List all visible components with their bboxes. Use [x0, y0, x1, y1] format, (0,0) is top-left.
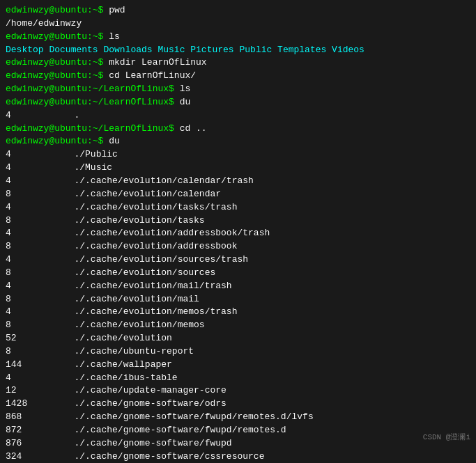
command: du	[180, 96, 191, 109]
terminal-line: 52 ./.cache/evolution	[6, 332, 470, 345]
command: mkdir LearnOfLinux	[109, 56, 206, 70]
du-path: ./.cache/evolution/addressbook	[31, 240, 237, 253]
du-number: 1428	[6, 398, 31, 411]
prompt: edwinwzy@ubuntu:~$	[6, 4, 109, 17]
du-number: 4	[6, 109, 31, 123]
ls-item: Downloads	[103, 44, 158, 57]
du-number: 876	[6, 437, 31, 450]
terminal-line: 8 ./.cache/ubuntu-report	[6, 345, 470, 359]
du-number: 8	[6, 345, 31, 359]
terminal-line: 8 ./.cache/evolution/mail	[6, 293, 470, 306]
du-number: 144	[6, 359, 31, 372]
terminal-line: 876 ./.cache/gnome-software/fwupd	[6, 437, 470, 450]
du-number: 4	[6, 372, 31, 385]
du-number: 12	[6, 384, 31, 398]
terminal-line: 4 ./.cache/evolution/calendar/trash	[6, 175, 470, 188]
command: cd ..	[180, 123, 207, 136]
terminal-line: 868 ./.cache/gnome-software/fwupd/remote…	[6, 411, 470, 424]
du-number: 8	[6, 240, 31, 253]
prompt: edwinwzy@ubuntu:~$	[6, 135, 109, 148]
du-number: 52	[6, 332, 31, 345]
du-path: ./.cache/evolution/sources	[31, 267, 215, 280]
terminal-line: 8 ./.cache/evolution/tasks	[6, 214, 470, 228]
prompt: edwinwzy@ubuntu:~/LearnOfLinux$	[6, 96, 180, 109]
du-path: ./.cache/evolution/addressbook/trash	[31, 227, 270, 240]
ls-item: Documents	[49, 44, 103, 57]
terminal-line: 4 ./Public	[6, 148, 470, 162]
terminal-line: /home/edwinwzy	[6, 17, 470, 31]
du-path: ./.cache/evolution/memos	[31, 319, 205, 332]
terminal-line: 4 ./.cache/evolution/addressbook/trash	[6, 227, 470, 240]
terminal-line: 4 .	[6, 109, 470, 123]
du-path: ./Music	[31, 162, 112, 175]
command: ls	[109, 31, 120, 44]
du-path: .	[31, 109, 79, 123]
terminal-line: edwinwzy@ubuntu:~$ ls	[6, 31, 470, 44]
du-number: 4	[6, 306, 31, 319]
du-path: ./.cache/evolution/calendar/trash	[31, 175, 254, 188]
terminal-line: 4 ./.cache/evolution/sources/trash	[6, 253, 470, 267]
du-number: 8	[6, 319, 31, 332]
output-text: /home/edwinwzy	[6, 17, 82, 31]
du-number: 4	[6, 162, 31, 175]
du-number: 324	[6, 450, 31, 463]
terminal-line: edwinwzy@ubuntu:~/LearnOfLinux$ ls	[6, 83, 470, 96]
terminal-line: 872 ./.cache/gnome-software/fwupd/remote…	[6, 424, 470, 437]
terminal-line: 4 ./Music	[6, 162, 470, 175]
terminal-line: 8 ./.cache/evolution/calendar	[6, 188, 470, 201]
terminal-content: edwinwzy@ubuntu:~$ pwd/home/edwinwzyedwi…	[6, 4, 470, 463]
du-path: ./.cache/gnome-software/fwupd/remotes.d	[31, 424, 286, 437]
terminal-line: 324 ./.cache/gnome-software/cssresource	[6, 450, 470, 463]
terminal-line: 4 ./.cache/evolution/memos/trash	[6, 306, 470, 319]
du-number: 4	[6, 227, 31, 240]
terminal-line: edwinwzy@ubuntu:~$ mkdir LearnOfLinux	[6, 56, 470, 70]
terminal-line: 12 ./.cache/update-manager-core	[6, 384, 470, 398]
du-number: 4	[6, 253, 31, 267]
command: du	[109, 135, 120, 148]
ls-item: Templates	[277, 44, 332, 57]
ls-item: Desktop	[6, 44, 49, 57]
du-path: ./.cache/update-manager-core	[31, 384, 227, 398]
prompt: edwinwzy@ubuntu:~$	[6, 31, 109, 44]
du-number: 4	[6, 175, 31, 188]
du-number: 8	[6, 267, 31, 280]
du-path: ./Public	[31, 148, 118, 162]
prompt: edwinwzy@ubuntu:~/LearnOfLinux$	[6, 123, 180, 136]
prompt: edwinwzy@ubuntu:~$	[6, 56, 109, 70]
du-number: 8	[6, 293, 31, 306]
du-path: ./.cache/ubuntu-report	[31, 345, 194, 359]
du-path: ./.cache/evolution	[31, 332, 172, 345]
du-path: ./.cache/ibus-table	[31, 372, 178, 385]
terminal-line: edwinwzy@ubuntu:~$ pwd	[6, 4, 470, 17]
du-path: ./.cache/gnome-software/odrs	[31, 398, 227, 411]
du-number: 4	[6, 148, 31, 162]
terminal-line: 8 ./.cache/evolution/sources	[6, 267, 470, 280]
prompt: edwinwzy@ubuntu:~/LearnOfLinux$	[6, 83, 180, 96]
terminal-line: edwinwzy@ubuntu:~$ du	[6, 135, 470, 148]
du-path: ./.cache/wallpaper	[31, 359, 172, 372]
terminal-window[interactable]: edwinwzy@ubuntu:~$ pwd/home/edwinwzyedwi…	[0, 0, 476, 463]
command: pwd	[109, 4, 125, 17]
ls-item: Music	[158, 44, 190, 57]
du-number: 4	[6, 280, 31, 293]
du-path: ./.cache/gnome-software/fwupd	[31, 437, 232, 450]
command: ls	[180, 83, 191, 96]
du-number: 872	[6, 424, 31, 437]
du-path: ./.cache/evolution/tasks	[31, 214, 205, 228]
terminal-line: Desktop Documents Downloads Music Pictur…	[6, 44, 470, 57]
du-path: ./.cache/evolution/tasks/trash	[31, 201, 237, 214]
prompt: edwinwzy@ubuntu:~$	[6, 70, 109, 83]
terminal-line: 4 ./.cache/evolution/tasks/trash	[6, 201, 470, 214]
terminal-line: 8 ./.cache/evolution/addressbook	[6, 240, 470, 253]
ls-item: Pictures	[190, 44, 239, 57]
du-path: ./.cache/evolution/mail/trash	[31, 280, 232, 293]
ls-item: Videos	[332, 44, 364, 57]
terminal-line: edwinwzy@ubuntu:~$ cd LearnOfLinux/	[6, 70, 470, 83]
du-path: ./.cache/evolution/memos/trash	[31, 306, 237, 319]
ls-item: Public	[239, 44, 277, 57]
du-number: 8	[6, 188, 31, 201]
du-path: ./.cache/evolution/sources/trash	[31, 253, 248, 267]
du-number: 8	[6, 214, 31, 228]
terminal-line: 4 ./.cache/evolution/mail/trash	[6, 280, 470, 293]
du-path: ./.cache/gnome-software/fwupd/remotes.d/…	[31, 411, 314, 424]
